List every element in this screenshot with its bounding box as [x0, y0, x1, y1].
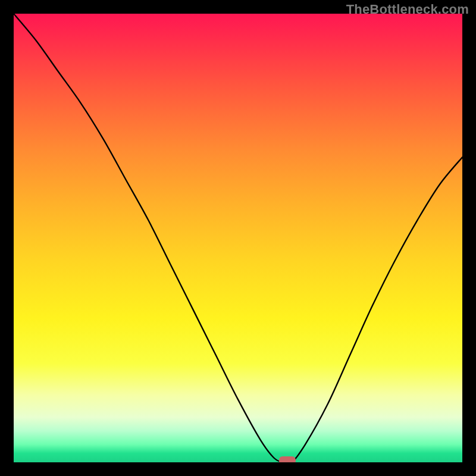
attribution-text: TheBottleneck.com	[346, 2, 469, 17]
chart-frame: TheBottleneck.com	[0, 0, 476, 476]
optimal-point-marker	[279, 456, 296, 462]
plot-area	[14, 14, 462, 462]
curve-layer	[14, 14, 462, 462]
bottleneck-curve	[14, 14, 462, 462]
